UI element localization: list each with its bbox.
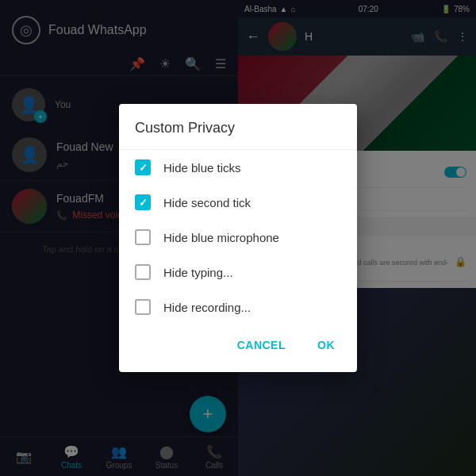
dialog-title: Custom Privacy	[119, 120, 357, 150]
option-label-hide-blue-ticks: Hide blue ticks	[163, 161, 241, 175]
custom-privacy-dialog: Custom Privacy Hide blue ticks Hide seco…	[119, 104, 357, 372]
cancel-button[interactable]: CANCEL	[228, 332, 295, 358]
option-hide-blue-ticks[interactable]: Hide blue ticks	[119, 150, 357, 185]
checkbox-hide-recording[interactable]	[135, 299, 151, 315]
dialog-overlay: Custom Privacy Hide blue ticks Hide seco…	[0, 0, 476, 476]
checkbox-hide-blue-microphone[interactable]	[135, 229, 151, 245]
checkbox-hide-typing[interactable]	[135, 264, 151, 280]
option-label-hide-recording: Hide recording...	[163, 301, 251, 314]
option-hide-recording[interactable]: Hide recording...	[119, 290, 357, 324]
option-hide-second-tick[interactable]: Hide second tick	[119, 185, 357, 220]
option-hide-typing[interactable]: Hide typing...	[119, 255, 357, 290]
option-label-hide-second-tick: Hide second tick	[163, 196, 251, 209]
checkbox-hide-second-tick[interactable]	[135, 194, 151, 210]
checkbox-hide-blue-ticks[interactable]	[135, 159, 151, 175]
option-label-hide-typing: Hide typing...	[163, 266, 233, 279]
dialog-actions: CANCEL OK	[119, 324, 357, 364]
option-hide-blue-microphone[interactable]: Hide blue microphone	[119, 220, 357, 255]
ok-button[interactable]: OK	[308, 332, 344, 358]
option-label-hide-blue-microphone: Hide blue microphone	[163, 231, 279, 244]
